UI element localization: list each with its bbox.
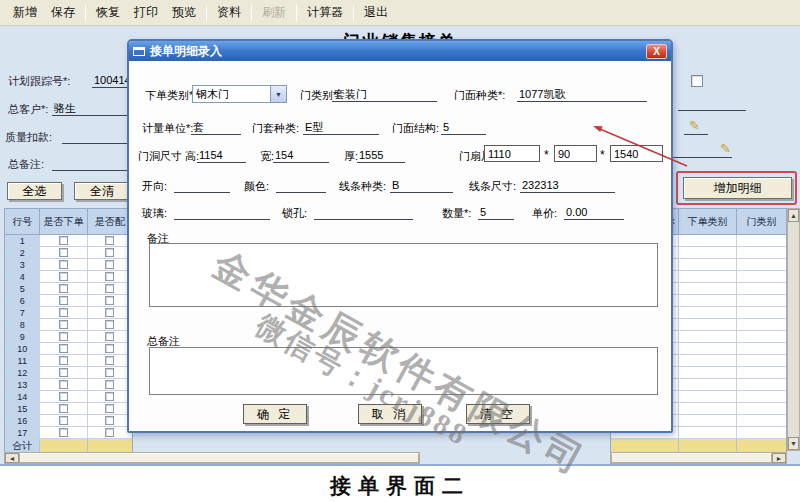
- dispatch-checkbox[interactable]: [105, 248, 114, 257]
- empty-cell: [737, 331, 786, 343]
- dispatch-checkbox[interactable]: [105, 320, 114, 329]
- order-checkbox[interactable]: [59, 308, 68, 317]
- edit-pencil-icon[interactable]: ✎: [689, 119, 700, 132]
- hole-height-value[interactable]: 1154: [197, 148, 246, 163]
- order-checkbox[interactable]: [59, 404, 68, 413]
- dispatch-checkbox[interactable]: [105, 308, 114, 317]
- checkbox-cell: [88, 319, 132, 331]
- customer-value[interactable]: 骆生: [52, 101, 132, 116]
- unit-price-value[interactable]: 0.00: [564, 205, 624, 220]
- order-checkbox[interactable]: [59, 428, 68, 437]
- order-checkbox[interactable]: [59, 368, 68, 377]
- dispatch-checkbox[interactable]: [105, 344, 114, 353]
- face-type-value[interactable]: 1077凯歌: [517, 87, 647, 102]
- remark-textarea[interactable]: [149, 243, 658, 307]
- chevron-down-icon[interactable]: ▼: [270, 86, 286, 102]
- leaf-height-input[interactable]: [554, 145, 597, 162]
- lock-hole-label: 锁孔:: [282, 206, 307, 220]
- quality-deduction-value[interactable]: [62, 129, 134, 144]
- empty-cell: [679, 427, 737, 439]
- unit-value[interactable]: 套: [191, 120, 241, 135]
- dialog-titlebar[interactable]: 接单明细录入 X: [129, 41, 671, 61]
- line-size-value[interactable]: 232313: [520, 178, 615, 193]
- order-checkbox[interactable]: [59, 332, 68, 341]
- scroll-left-icon[interactable]: ◄: [5, 453, 19, 463]
- total-remark-value[interactable]: [52, 156, 134, 171]
- dispatch-checkbox[interactable]: [105, 428, 114, 437]
- color-value[interactable]: [276, 178, 326, 193]
- hscroll-thumb[interactable]: [611, 453, 772, 463]
- edit-pencil-icon[interactable]: ✎: [720, 142, 731, 155]
- hscroll-thumb[interactable]: [19, 453, 419, 463]
- left-table-body: 1234567891011121314151617: [5, 235, 132, 439]
- scroll-down-icon[interactable]: ▼: [788, 437, 799, 450]
- order-checkbox[interactable]: [59, 356, 68, 365]
- toolbar-button-save[interactable]: 保存: [44, 1, 82, 24]
- dispatch-checkbox[interactable]: [105, 236, 114, 245]
- dispatch-checkbox[interactable]: [105, 368, 114, 377]
- order-type-select[interactable]: 钢木门 ▼: [192, 85, 287, 103]
- order-checkbox[interactable]: [59, 284, 68, 293]
- leaf-width-input[interactable]: [484, 145, 540, 162]
- dispatch-checkbox[interactable]: [105, 284, 114, 293]
- close-icon[interactable]: X: [646, 44, 667, 59]
- dispatch-checkbox[interactable]: [105, 272, 114, 281]
- order-checkbox[interactable]: [59, 344, 68, 353]
- toolbar-button-exit[interactable]: 退出: [357, 1, 395, 24]
- hole-thick-value[interactable]: 1555: [357, 148, 405, 163]
- order-checkbox[interactable]: [59, 320, 68, 329]
- dispatch-checkbox[interactable]: [105, 356, 114, 365]
- empty-cell: [737, 283, 786, 295]
- lock-hole-value[interactable]: [314, 205, 413, 220]
- empty-cell: [679, 259, 737, 271]
- right-hscrollbar[interactable]: ►: [610, 452, 787, 464]
- door-category-value[interactable]: 套装门: [332, 87, 437, 102]
- order-checkbox[interactable]: [59, 296, 68, 305]
- dispatch-checkbox[interactable]: [105, 380, 114, 389]
- toolbar-button-restore[interactable]: 恢复: [89, 1, 127, 24]
- order-checkbox[interactable]: [59, 272, 68, 281]
- dispatch-checkbox[interactable]: [105, 392, 114, 401]
- toolbar-button-print[interactable]: 打印: [127, 1, 165, 24]
- order-checkbox[interactable]: [59, 392, 68, 401]
- dispatch-checkbox[interactable]: [105, 404, 114, 413]
- clear-all-button[interactable]: 全清: [74, 182, 130, 200]
- cancel-button[interactable]: 取 消: [358, 404, 422, 424]
- toolbar-button-preview[interactable]: 预览: [165, 1, 203, 24]
- order-checkbox[interactable]: [59, 248, 68, 257]
- face-structure-value[interactable]: 5: [441, 120, 486, 135]
- dispatch-checkbox[interactable]: [105, 416, 114, 425]
- order-checkbox[interactable]: [59, 380, 68, 389]
- hole-width-value[interactable]: 154: [273, 148, 329, 163]
- frame-type-value[interactable]: E型: [303, 120, 379, 135]
- toolbar-button-data[interactable]: 资料: [210, 1, 248, 24]
- toolbar-button-new[interactable]: 新增: [6, 1, 44, 24]
- scroll-right-icon[interactable]: ►: [772, 453, 786, 463]
- row-number: 17: [5, 427, 40, 439]
- glass-value[interactable]: [174, 205, 270, 220]
- scroll-up-icon[interactable]: ▲: [788, 209, 799, 222]
- total-remark-textarea[interactable]: [149, 347, 658, 395]
- toolbar-separator: [251, 5, 252, 21]
- order-checkbox[interactable]: [59, 260, 68, 269]
- ok-button[interactable]: 确 定: [243, 404, 307, 424]
- table-row: 2: [5, 247, 132, 259]
- order-checkbox[interactable]: [59, 416, 68, 425]
- header-checkbox[interactable]: [691, 75, 703, 87]
- clear-button[interactable]: 清 空: [466, 404, 530, 424]
- order-checkbox[interactable]: [59, 236, 68, 245]
- dispatch-checkbox[interactable]: [105, 296, 114, 305]
- table-row: 16: [5, 415, 132, 427]
- right-vscrollbar[interactable]: ▲ ▼: [787, 208, 800, 451]
- dispatch-checkbox[interactable]: [105, 332, 114, 341]
- dispatch-checkbox[interactable]: [105, 260, 114, 269]
- leaf-thick-input[interactable]: [610, 145, 663, 162]
- unit-label: 计量单位*:: [142, 121, 193, 135]
- line-type-value[interactable]: B: [390, 178, 453, 193]
- toolbar-button-calculator[interactable]: 计算器: [300, 1, 350, 24]
- open-direction-value[interactable]: [174, 178, 230, 193]
- quantity-value[interactable]: 5: [478, 205, 514, 220]
- row-number: 6: [5, 295, 40, 307]
- select-all-button[interactable]: 全选: [7, 182, 62, 200]
- left-hscrollbar[interactable]: ◄: [4, 452, 420, 464]
